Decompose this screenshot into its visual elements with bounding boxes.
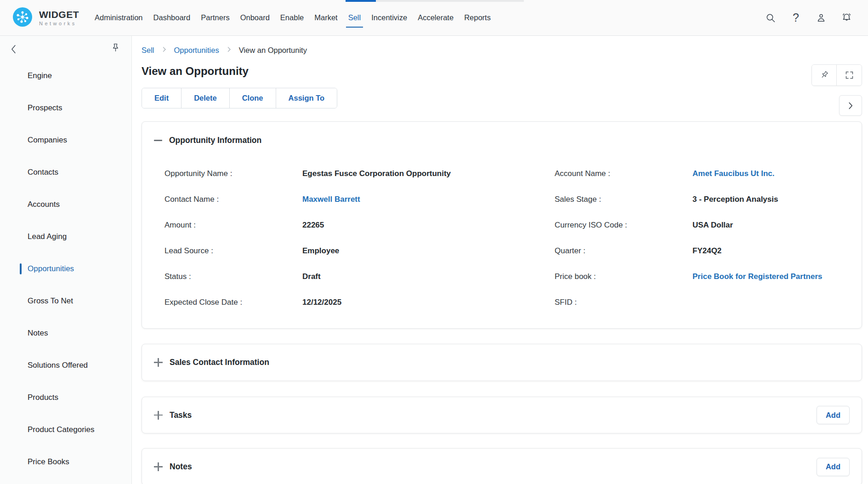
sidebar-item-accounts[interactable]: Accounts bbox=[0, 188, 131, 221]
sidebar-item-notes[interactable]: Notes bbox=[0, 317, 131, 349]
field-price-book: Price book : Price Book for Registered P… bbox=[555, 264, 850, 290]
brand-logo[interactable]: WIDGET Networks bbox=[12, 6, 79, 29]
sidebar-item-product-categories[interactable]: Product Categories bbox=[0, 414, 131, 446]
collapse-minus-icon[interactable] bbox=[154, 140, 162, 141]
notes-header[interactable]: Notes bbox=[154, 462, 192, 472]
sidebar-item-opportunities[interactable]: Opportunities bbox=[0, 253, 131, 285]
expand-plus-icon[interactable] bbox=[154, 462, 163, 471]
expand-plus-icon[interactable] bbox=[154, 358, 163, 367]
top-navigation: Administration Dashboard Partners Onboar… bbox=[94, 11, 492, 25]
sidebar-item-solutions-offered[interactable]: Solutions Offered bbox=[0, 349, 131, 382]
field-amount: Amount : 22265 bbox=[165, 212, 555, 238]
delete-button[interactable]: Delete bbox=[182, 88, 230, 108]
field-value: Egestas Fusce Corporation Opportunity bbox=[302, 169, 451, 178]
field-label: Contact Name : bbox=[165, 195, 302, 204]
brand-name: WIDGET bbox=[39, 10, 79, 19]
nav-item-partners[interactable]: Partners bbox=[200, 11, 230, 25]
add-note-button[interactable]: Add bbox=[817, 458, 850, 476]
sidebar-item-gross-to-net[interactable]: Gross To Net bbox=[0, 285, 131, 317]
tasks-header[interactable]: Tasks bbox=[154, 410, 192, 420]
nav-item-onboard[interactable]: Onboard bbox=[239, 11, 271, 25]
collapse-sidebar-chevron-left-icon[interactable] bbox=[7, 42, 20, 58]
sidebar-item-engine[interactable]: Engine bbox=[0, 60, 131, 92]
breadcrumb-sell[interactable]: Sell bbox=[142, 46, 154, 55]
nav-item-reports[interactable]: Reports bbox=[463, 11, 492, 25]
expand-plus-icon[interactable] bbox=[154, 411, 163, 420]
field-label: Quarter : bbox=[555, 246, 692, 256]
sidebar-top-controls bbox=[0, 36, 131, 60]
field-label: SFID : bbox=[555, 298, 692, 307]
fields-right-column: Account Name : Amet Faucibus Ut Inc. Sal… bbox=[555, 161, 850, 315]
clone-button[interactable]: Clone bbox=[230, 88, 276, 108]
field-label: Sales Stage : bbox=[555, 195, 692, 204]
opportunity-information-title: Opportunity Information bbox=[169, 136, 261, 145]
add-task-button[interactable]: Add bbox=[817, 406, 850, 424]
field-label: Status : bbox=[165, 272, 302, 281]
brand-tagline: Networks bbox=[39, 21, 79, 26]
account-name-link[interactable]: Amet Faucibus Ut Inc. bbox=[692, 169, 775, 178]
sidebar-item-companies[interactable]: Companies bbox=[0, 124, 131, 156]
field-lead-source: Lead Source : Employee bbox=[165, 238, 555, 264]
pin-sidebar-icon[interactable] bbox=[110, 42, 121, 56]
field-value: FY24Q2 bbox=[692, 246, 721, 256]
contact-name-link[interactable]: Maxwell Barrett bbox=[302, 195, 360, 204]
field-value: 3 - Perception Analysis bbox=[692, 195, 778, 204]
app-root: WIDGET Networks Administration Dashboard… bbox=[0, 0, 868, 484]
field-opportunity-name: Opportunity Name : Egestas Fusce Corpora… bbox=[165, 161, 555, 187]
fullscreen-button[interactable] bbox=[837, 65, 862, 85]
field-label: Account Name : bbox=[555, 169, 692, 178]
nav-item-enable[interactable]: Enable bbox=[279, 11, 305, 25]
next-record-button[interactable] bbox=[839, 95, 862, 116]
field-label: Opportunity Name : bbox=[165, 169, 302, 178]
breadcrumb-opportunities[interactable]: Opportunities bbox=[174, 46, 219, 55]
sidebar-item-contacts[interactable]: Contacts bbox=[0, 156, 131, 188]
sidebar: Engine Prospects Companies Contacts Acco… bbox=[0, 36, 132, 484]
user-profile-icon[interactable] bbox=[815, 12, 827, 24]
header-icons: ? bbox=[765, 12, 852, 24]
tasks-card: Tasks Add bbox=[142, 397, 862, 433]
edit-button[interactable]: Edit bbox=[142, 88, 182, 108]
sales-contact-information-header[interactable]: Sales Contact Information bbox=[154, 358, 269, 367]
sales-contact-information-title: Sales Contact Information bbox=[170, 358, 269, 367]
nav-item-market[interactable]: Market bbox=[313, 11, 338, 25]
notifications-bell-icon[interactable] bbox=[840, 12, 852, 24]
page-tools bbox=[811, 64, 862, 86]
record-action-group: Edit Delete Clone Assign To bbox=[142, 88, 337, 108]
assign-to-button[interactable]: Assign To bbox=[276, 88, 337, 108]
field-value: 12/12/2025 bbox=[302, 298, 341, 307]
sidebar-item-price-books[interactable]: Price Books bbox=[0, 446, 131, 478]
search-icon[interactable] bbox=[765, 12, 777, 24]
sidebar-item-products[interactable]: Products bbox=[0, 382, 131, 414]
field-status: Status : Draft bbox=[165, 264, 555, 290]
pin-page-button[interactable] bbox=[812, 65, 837, 85]
breadcrumb: Sell Opportunities View an Opportunity bbox=[142, 46, 862, 55]
field-value: USA Dollar bbox=[692, 221, 733, 230]
nav-item-sell[interactable]: Sell bbox=[347, 11, 362, 25]
top-header: WIDGET Networks Administration Dashboard… bbox=[0, 0, 868, 36]
field-value: Draft bbox=[302, 272, 321, 281]
chevron-right-icon bbox=[845, 101, 856, 111]
brand-text: WIDGET Networks bbox=[39, 10, 79, 26]
nav-item-administration[interactable]: Administration bbox=[94, 11, 144, 25]
tasks-title: Tasks bbox=[170, 410, 192, 420]
nav-item-dashboard[interactable]: Dashboard bbox=[153, 11, 192, 25]
opportunity-information-header[interactable]: Opportunity Information bbox=[154, 136, 850, 145]
fullscreen-expand-icon bbox=[845, 70, 854, 80]
sidebar-item-prospects[interactable]: Prospects bbox=[0, 92, 131, 124]
opportunity-fields: Opportunity Name : Egestas Fusce Corpora… bbox=[154, 161, 850, 315]
field-label: Price book : bbox=[555, 272, 692, 281]
notes-card: Notes Add bbox=[142, 448, 862, 484]
nav-scrollbar-thumb[interactable] bbox=[346, 0, 376, 2]
field-sfid: SFID : bbox=[555, 290, 850, 315]
nav-item-accelerate[interactable]: Accelerate bbox=[417, 11, 454, 25]
nav-scrollbar-track[interactable] bbox=[346, 0, 524, 2]
help-icon[interactable]: ? bbox=[790, 12, 802, 24]
sidebar-item-lead-aging[interactable]: Lead Aging bbox=[0, 221, 131, 253]
price-book-link[interactable]: Price Book for Registered Partners bbox=[692, 272, 822, 281]
sidebar-menu: Engine Prospects Companies Contacts Acco… bbox=[0, 60, 131, 478]
breadcrumb-current: View an Opportunity bbox=[239, 46, 307, 55]
widget-networks-logo-icon bbox=[12, 6, 33, 29]
page-title: View an Opportunity bbox=[142, 65, 862, 78]
field-label: Lead Source : bbox=[165, 246, 302, 256]
nav-item-incentivize[interactable]: Incentivize bbox=[370, 11, 408, 25]
